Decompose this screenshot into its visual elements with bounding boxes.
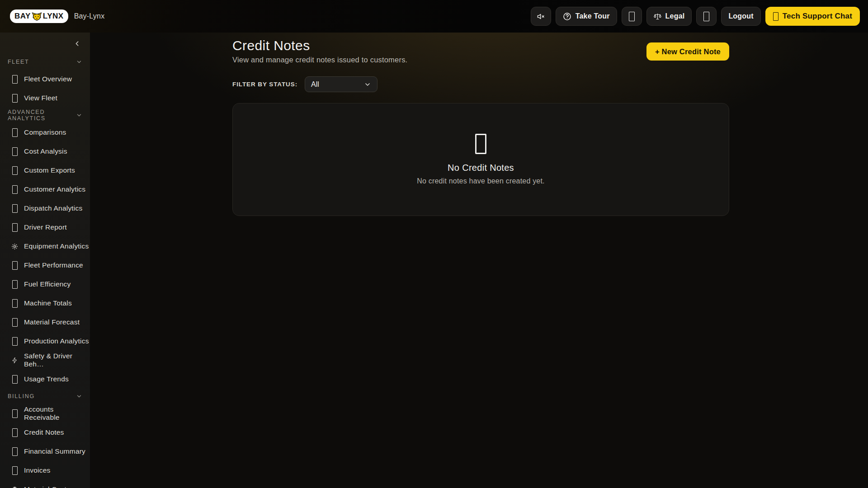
sidebar-section-advanced-analytics[interactable]: ADVANCED ANALYTICS: [0, 108, 90, 123]
take-tour-button-label: Take Tour: [576, 12, 610, 20]
bolt-icon: [11, 357, 18, 364]
placeholder-icon: [11, 185, 18, 194]
sidebar-item-invoices[interactable]: Invoices: [0, 461, 90, 480]
unknown-icon-button-1[interactable]: [622, 7, 642, 26]
placeholder-icon: [11, 128, 18, 137]
page-head: Credit Notes View and manage credit note…: [232, 39, 729, 64]
sidebar-item-customer-analytics[interactable]: Customer Analytics: [0, 180, 90, 199]
sidebar-item-label: Invoices: [24, 466, 50, 474]
sidebar-item-cost-analysis[interactable]: Cost Analysis: [0, 142, 90, 161]
take-tour-button[interactable]: Take Tour: [556, 7, 617, 26]
placeholder-icon: [11, 375, 18, 384]
sidebar-section-billing[interactable]: BILLING: [0, 389, 90, 404]
placeholder-icon: [11, 204, 18, 213]
sidebar-nav: FLEETFleet OverviewView FleetADVANCED AN…: [0, 54, 90, 488]
placeholder-icon: [11, 299, 18, 308]
sidebar-item-comparisons[interactable]: Comparisons: [0, 123, 90, 142]
placeholder-icon: [11, 75, 18, 84]
sidebar-item-safety-driver-beh[interactable]: Safety & Driver Beh…: [0, 351, 90, 370]
sidebar-section-fleet[interactable]: FLEET: [0, 54, 90, 70]
chevron-down-icon: [76, 393, 82, 399]
chevron-down-icon: [76, 112, 82, 118]
sidebar-item-material-costs[interactable]: Material Costs: [0, 480, 90, 488]
placeholder-icon: [12, 94, 18, 103]
filter-label: FILTER BY STATUS:: [232, 81, 297, 88]
sidebar-section-label: FLEET: [8, 59, 29, 65]
sidebar-item-credit-notes[interactable]: Credit Notes: [0, 423, 90, 442]
sidebar-item-label: Production Analytics: [24, 337, 89, 345]
sidebar-item-machine-totals[interactable]: Machine Totals: [0, 294, 90, 313]
sidebar-item-label: Accounts Receivable: [24, 405, 90, 422]
scales-icon: [654, 13, 661, 20]
logo-text-bay: BAY: [14, 12, 31, 21]
sidebar-item-label: View Fleet: [24, 94, 57, 102]
placeholder-icon: [11, 337, 18, 346]
sidebar-item-view-fleet[interactable]: View Fleet: [0, 89, 90, 108]
sidebar-item-label: Credit Notes: [24, 428, 64, 436]
sidebar-item-driver-report[interactable]: Driver Report: [0, 218, 90, 237]
placeholder-icon: [11, 166, 18, 175]
sidebar-item-label: Usage Trends: [24, 375, 69, 383]
sidebar-item-label: Material Forecast: [24, 318, 80, 326]
placeholder-icon: [11, 409, 18, 418]
sidebar-item-material-forecast[interactable]: Material Forecast: [0, 313, 90, 332]
placeholder-icon: [12, 375, 18, 384]
sidebar-collapse-button[interactable]: [71, 38, 83, 49]
placeholder-icon: [12, 447, 18, 456]
sidebar-item-dispatch-analytics[interactable]: Dispatch Analytics: [0, 199, 90, 218]
sidebar-item-production-analytics[interactable]: Production Analytics: [0, 332, 90, 351]
sidebar-item-fleet-overview[interactable]: Fleet Overview: [0, 70, 90, 89]
new-credit-note-button[interactable]: + New Credit Note: [646, 42, 729, 61]
placeholder-icon: [12, 337, 18, 346]
sidebar-item-label: Cost Analysis: [24, 147, 67, 155]
sidebar-item-financial-summary[interactable]: Financial Summary: [0, 442, 90, 461]
placeholder-icon: [11, 466, 18, 475]
placeholder-icon: [12, 166, 18, 175]
chevron-down-icon: [364, 81, 371, 88]
sidebar-section-label: ADVANCED ANALYTICS: [8, 109, 76, 122]
sidebar-item-label: Comparisons: [24, 128, 66, 136]
page-subtitle: View and manage credit notes issued to c…: [232, 56, 407, 64]
tech-support-chat-button[interactable]: Tech Support Chat: [765, 7, 860, 26]
sidebar-item-label: Driver Report: [24, 223, 67, 231]
status-filter-value: All: [311, 80, 319, 89]
gear-icon: [11, 243, 18, 250]
volume-x-icon: [537, 13, 545, 20]
hammers-icon: [11, 486, 18, 488]
sidebar-item-custom-exports[interactable]: Custom Exports: [0, 161, 90, 180]
brand: BAY LYNX Bay-Lynx: [10, 9, 104, 23]
logo-text-lynx: LYNX: [43, 12, 64, 21]
sidebar-item-usage-trends[interactable]: Usage Trends: [0, 370, 90, 389]
placeholder-icon: [12, 466, 18, 475]
logout-button-label: Logout: [728, 12, 753, 20]
sidebar-item-equipment-analytics[interactable]: Equipment Analytics: [0, 237, 90, 256]
sidebar-collapse-row: [0, 33, 90, 54]
chevron-left-icon: [73, 40, 81, 47]
sidebar-item-label: Fleet Performance: [24, 261, 83, 269]
status-filter-select[interactable]: All: [305, 76, 377, 92]
placeholder-icon: [12, 261, 18, 270]
placeholder-icon: [12, 409, 18, 418]
legal-button[interactable]: Legal: [646, 7, 692, 26]
placeholder-icon: [11, 261, 18, 270]
sidebar-section-label: BILLING: [8, 393, 35, 399]
placeholder-icon: [12, 204, 18, 213]
placeholder-icon: [11, 223, 18, 232]
sidebar-item-fleet-performance[interactable]: Fleet Performance: [0, 256, 90, 275]
mute-button[interactable]: [531, 7, 551, 26]
gear-icon: [11, 243, 18, 250]
sidebar-item-fuel-efficiency[interactable]: Fuel Efficiency: [0, 275, 90, 294]
main-content: Credit Notes View and manage credit note…: [90, 33, 868, 488]
placeholder-icon: [12, 223, 18, 232]
sidebar-item-label: Machine Totals: [24, 299, 72, 307]
unknown-icon-button-2[interactable]: [696, 7, 717, 26]
sidebar: FLEETFleet OverviewView FleetADVANCED AN…: [0, 33, 90, 488]
logout-button[interactable]: Logout: [721, 7, 760, 26]
question-circle-icon: [563, 12, 571, 21]
placeholder-icon: [703, 12, 709, 21]
sidebar-item-accounts-receivable[interactable]: Accounts Receivable: [0, 404, 90, 423]
sidebar-item-label: Customer Analytics: [24, 185, 85, 193]
placeholder-icon: [11, 447, 18, 456]
page-head-text: Credit Notes View and manage credit note…: [232, 39, 407, 64]
baylynx-logo[interactable]: BAY LYNX: [10, 9, 68, 23]
